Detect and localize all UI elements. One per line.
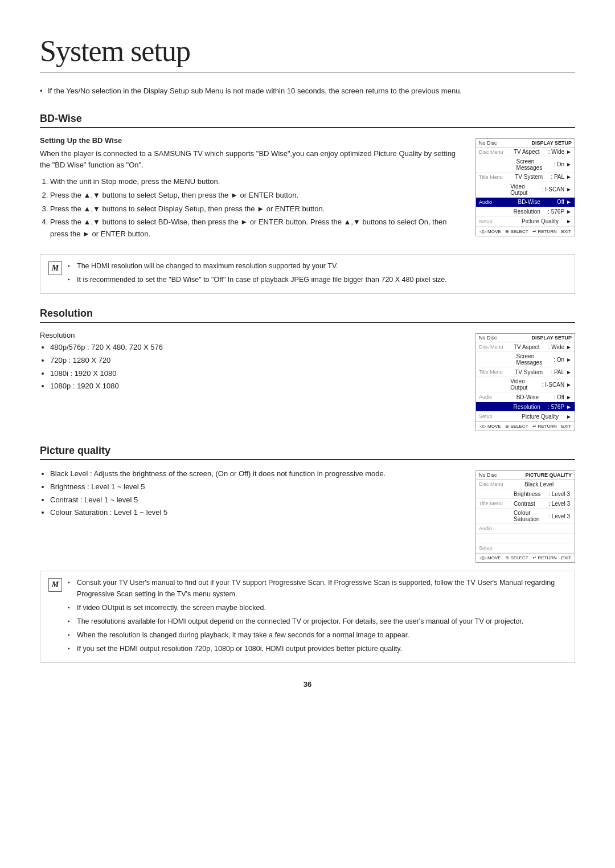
res-section-title: Title Menu <box>479 369 515 375</box>
res-menu-tv-aspect-val: : Wide <box>548 344 564 350</box>
menu-section-audio: Audio <box>479 199 518 205</box>
pq-section-title: Title Menu <box>479 501 514 506</box>
menu-section-setup: Setup <box>479 219 522 224</box>
res-menu-row-3: Title Menu TV System : PAL ► <box>476 367 575 377</box>
pq-menu-row-2: Brightness : Level 3 <box>476 489 575 499</box>
res-tv-system-val: : PAL <box>551 369 564 375</box>
res-screen-msg-val: : On <box>554 357 564 363</box>
page-title: System setup <box>40 34 575 73</box>
menu-screen-msg-val: : On <box>554 161 564 167</box>
pq-menu-title: PICTURE QUALITY <box>525 472 572 478</box>
page-number: 36 <box>40 680 575 689</box>
res-menu-row-4: Video Output : I-SCAN ► <box>476 377 575 392</box>
pq-menu-row-3: Title Menu Contrast : Level 3 <box>476 499 575 509</box>
res-bullet-1: 480p/576p : 720 X 480, 720 X 576 <box>50 342 465 354</box>
pq-menu-row-1: Disc Menu Black Level <box>476 480 575 489</box>
res-menu-row-7: Setup Picture Quality ► <box>476 412 575 421</box>
menu-row-4: Video Output : I-SCAN ► <box>476 182 575 198</box>
res-bullet-4: 1080p : 1920 X 1080 <box>50 380 465 392</box>
bottom-note-1: Consult your TV User's manual to find ou… <box>68 577 567 600</box>
menu-tv-system-val: : PAL <box>551 174 564 180</box>
bottom-note-5: If you set the HDMI output resolution 72… <box>68 643 567 654</box>
bdwise-menu-header: No Disc DISPLAY SETUP <box>476 139 575 148</box>
pq-menu-row-7: Setup <box>476 543 575 553</box>
resolution-section: Resolution Resolution 480p/576p : 720 X … <box>40 308 575 431</box>
res-resolution-arrow: ► <box>566 404 572 410</box>
pq-footer-return: ↩ RETURN <box>532 555 557 560</box>
pq-colour-sat: Colour Saturation <box>514 510 548 522</box>
menu-resolution-val: : 576P <box>548 208 564 215</box>
footer-select: ⊕ SELECT <box>505 229 528 234</box>
res-menu-tv-aspect: TV Aspect <box>514 344 548 350</box>
resolution-bullets: 480p/576p : 720 X 480, 720 X 576 720p : … <box>40 342 465 392</box>
resolution-row: Resolution 480p/576p : 720 X 480, 720 X … <box>40 331 575 431</box>
bdwise-description: When the player is connected to a SAMSUN… <box>40 148 465 172</box>
bdwise-note-content: The HDMI resolution will be changed to m… <box>68 260 567 288</box>
res-picture-quality-arrow: ► <box>566 413 572 420</box>
res-footer-return: ↩ RETURN <box>532 424 557 429</box>
pq-menu-row-6 <box>476 534 575 543</box>
pq-footer-select: ⊕ SELECT <box>505 555 528 560</box>
bottom-note-4: When the resolution is changed during pl… <box>68 629 567 641</box>
menu-bdwise: BD-Wise <box>518 199 556 205</box>
picture-quality-content: Black Level : Adjusts the brightness of … <box>40 468 465 563</box>
menu-no-disc: No Disc <box>479 140 497 146</box>
bottom-note-3: The resolutions available for HDMI outpu… <box>68 616 567 627</box>
res-bdwise: BD-Wise <box>516 394 554 400</box>
bdwise-steps: With the unit in Stop mode, press the ME… <box>40 176 465 240</box>
menu-row-6: Resolution : 576P ► <box>476 207 575 217</box>
pq-footer-move: ◁▷ MOVE <box>479 555 501 560</box>
pq-colour-sat-val: : Level 3 <box>548 513 570 519</box>
menu-row-7: Setup Picture Quality ► <box>476 217 575 227</box>
bdwise-sub-heading: Setting Up the BD Wise <box>40 136 465 145</box>
resolution-menu-footer: ◁▷ MOVE ⊕ SELECT ↩ RETURN EXIT <box>476 421 575 431</box>
res-bullet-3: 1080i : 1920 X 1080 <box>50 368 465 380</box>
menu-tv-aspect-arrow: ► <box>566 149 572 155</box>
res-footer-move: ◁▷ MOVE <box>479 424 501 429</box>
res-bdwise-val: : Off <box>554 394 564 400</box>
bdwise-section: BD-Wise Setting Up the BD Wise When the … <box>40 113 575 294</box>
res-video-output-arrow: ► <box>566 382 572 388</box>
menu-screen-msg-arrow: ► <box>566 161 572 167</box>
pq-section-setup: Setup <box>479 545 526 551</box>
bdwise-row: Setting Up the BD Wise When the player i… <box>40 136 575 247</box>
note-icon-bottom: M <box>48 578 62 592</box>
step-3: Press the ▲,▼ buttons to select Display … <box>50 203 465 215</box>
picture-quality-menu: No Disc PICTURE QUALITY Disc Menu Black … <box>475 470 575 563</box>
menu-video-output-arrow: ► <box>566 186 572 193</box>
menu-display-setup: DISPLAY SETUP <box>531 140 572 146</box>
menu-resolution-arrow: ► <box>566 208 572 215</box>
intro-text: If the Yes/No selection in the Display S… <box>40 85 575 97</box>
res-resolution: Resolution <box>514 404 548 410</box>
menu-row-2: Screen Messages : On ► <box>476 157 575 173</box>
menu-row-5-highlighted: Audio BD-Wise Off ► <box>476 198 575 207</box>
pq-section-disc: Disc Menu <box>479 481 524 487</box>
menu-picture-quality-arrow: ► <box>566 218 572 224</box>
pq-menu-row-5: Audio <box>476 524 575 534</box>
res-tv-system-arrow: ► <box>566 369 572 375</box>
res-section-audio: Audio <box>479 394 516 400</box>
bdwise-heading: BD-Wise <box>40 113 575 128</box>
note-icon-bdwise: M <box>48 261 62 275</box>
bottom-note-2: If video OUtput is set incorrectly, the … <box>68 602 567 613</box>
res-footer-select: ⊕ SELECT <box>505 424 528 429</box>
bdwise-note-line2: It is recommended to set the "BD Wise" t… <box>68 274 567 285</box>
bottom-notes: M Consult your TV User's manual to find … <box>40 571 575 663</box>
pq-bullet-3: Contrast : Level 1 ~ level 5 <box>50 494 465 506</box>
pq-menu-header: No Disc PICTURE QUALITY <box>476 471 575 480</box>
pq-contrast-val: : Level 3 <box>548 501 570 507</box>
footer-exit: EXIT <box>561 229 571 234</box>
bdwise-note: M The HDMI resolution will be changed to… <box>40 254 575 294</box>
resolution-heading: Resolution <box>40 308 575 323</box>
menu-resolution: Resolution <box>514 208 548 215</box>
menu-screen-msg: Screen Messages <box>516 158 554 171</box>
pq-brightness-val: : Level 3 <box>548 491 570 497</box>
res-menu-display-setup: DISPLAY SETUP <box>531 335 572 341</box>
res-menu-row-5: Audio BD-Wise : Off ► <box>476 392 575 402</box>
resolution-menu-box: No Disc DISPLAY SETUP Disc Menu TV Aspec… <box>475 333 575 431</box>
menu-row-1: Disc Menu TV Aspect : Wide ► <box>476 148 575 157</box>
footer-move: ◁▷ MOVE <box>479 229 501 234</box>
res-bdwise-arrow: ► <box>566 394 572 400</box>
pq-section-audio: Audio <box>479 526 526 531</box>
pq-bullet-4: Colour Saturation : Level 1 ~ level 5 <box>50 507 465 519</box>
